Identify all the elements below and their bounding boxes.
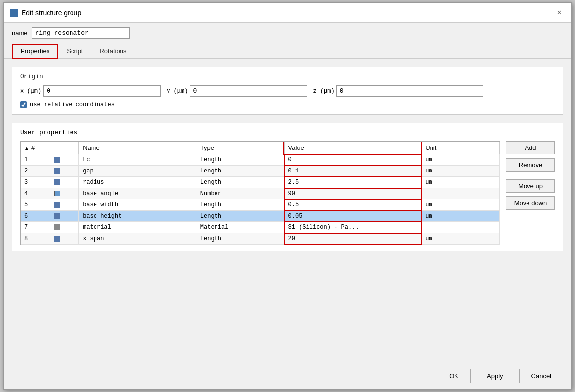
close-button[interactable]: × <box>553 7 565 19</box>
type-icon <box>50 166 79 177</box>
type-icon <box>50 211 79 222</box>
properties-table: ▲# Name Type Value Unit 1LcLength0um2gap… <box>21 142 500 245</box>
svg-rect-1 <box>11 10 16 15</box>
bottom-buttons-row: OK Apply Cancel <box>4 363 571 389</box>
edit-structure-group-dialog: Edit structure group × name Properties S… <box>3 2 572 390</box>
x-coord-group: x (μm) <box>20 85 161 97</box>
z-label: z (μm) <box>313 88 334 95</box>
type-icon <box>50 199 79 211</box>
table-row[interactable]: 7materialMaterialSi (Silicon) - Pa... <box>21 222 500 233</box>
title-bar-left: Edit structure group <box>10 9 81 17</box>
dialog-title: Edit structure group <box>22 9 81 17</box>
z-coord-group: z (μm) <box>313 85 483 97</box>
add-button[interactable]: Add <box>506 141 555 154</box>
type-icon <box>50 233 79 245</box>
value-cell: 0.5 <box>284 199 421 211</box>
value-cell: 90 <box>284 188 421 199</box>
side-buttons-panel: Add Remove Move up Move down <box>506 141 555 245</box>
table-row[interactable]: 8x spanLength20um <box>21 233 500 245</box>
apply-button[interactable]: Apply <box>475 369 515 383</box>
value-cell: 0.05 <box>284 211 421 222</box>
col-header-unit: Unit <box>421 142 500 154</box>
table-row[interactable]: 4base angleNumber90 <box>21 188 500 199</box>
value-cell: 0.1 <box>284 166 421 177</box>
value-cell: 0 <box>284 154 421 166</box>
table-row[interactable]: 1LcLength0um <box>21 154 500 166</box>
user-props-section: User properties ▲# Name Type <box>12 122 563 251</box>
tab-rotations[interactable]: Rotations <box>91 44 135 58</box>
z-input[interactable] <box>336 85 483 97</box>
table-row[interactable]: 5base widthLength0.5um <box>21 199 500 211</box>
name-input[interactable] <box>32 27 130 39</box>
x-label: x (μm) <box>20 88 41 95</box>
y-input[interactable] <box>190 85 307 97</box>
relative-coords-checkbox[interactable] <box>20 101 27 108</box>
col-header-type: Type <box>196 142 284 154</box>
origin-coords-row: x (μm) y (μm) z (μm) <box>20 85 555 97</box>
relative-coords-row: use relative coordinates <box>20 101 555 108</box>
tab-properties[interactable]: Properties <box>12 44 58 59</box>
remove-button[interactable]: Remove <box>506 158 555 172</box>
content-area: Origin x (μm) y (μm) z (μm) use relative… <box>4 59 571 363</box>
tabs-row: Properties Script Rotations <box>4 44 571 59</box>
value-cell: 20 <box>284 233 421 245</box>
cancel-button[interactable]: Cancel <box>519 369 563 383</box>
table-header-row: ▲# Name Type Value Unit <box>21 142 500 154</box>
type-icon <box>50 177 79 188</box>
value-cell: Si (Silicon) - Pa... <box>284 222 421 233</box>
y-coord-group: y (μm) <box>167 85 307 97</box>
origin-section: Origin x (μm) y (μm) z (μm) use relative… <box>12 67 563 115</box>
col-header-icon <box>50 142 79 154</box>
table-row[interactable]: 6base heightLength0.05um <box>21 211 500 222</box>
value-cell: 2.5 <box>284 177 421 188</box>
user-props-label: User properties <box>20 129 555 136</box>
y-label: y (μm) <box>167 88 188 95</box>
type-icon <box>50 222 79 233</box>
relative-coords-label: use relative coordinates <box>30 101 115 108</box>
origin-label: Origin <box>20 73 555 80</box>
table-and-buttons: ▲# Name Type Value Unit 1LcLength0um2gap… <box>20 141 555 245</box>
dialog-icon <box>10 9 18 17</box>
col-header-num: ▲# <box>21 142 50 154</box>
ok-button[interactable]: OK <box>437 369 471 383</box>
properties-table-container: ▲# Name Type Value Unit 1LcLength0um2gap… <box>20 141 500 245</box>
move-up-button[interactable]: Move up <box>506 179 555 193</box>
type-icon <box>50 188 79 199</box>
type-icon <box>50 154 79 166</box>
col-header-value: Value <box>284 142 421 154</box>
name-label: name <box>12 29 28 37</box>
col-header-name: Name <box>79 142 196 154</box>
x-input[interactable] <box>43 85 161 97</box>
table-row[interactable]: 3radiusLength2.5um <box>21 177 500 188</box>
tab-script[interactable]: Script <box>58 44 91 58</box>
name-row: name <box>4 23 571 44</box>
table-row[interactable]: 2gapLength0.1um <box>21 166 500 177</box>
title-bar: Edit structure group × <box>4 3 571 23</box>
sort-arrow-icon: ▲ <box>24 146 29 151</box>
move-down-button[interactable]: Move down <box>506 196 555 210</box>
